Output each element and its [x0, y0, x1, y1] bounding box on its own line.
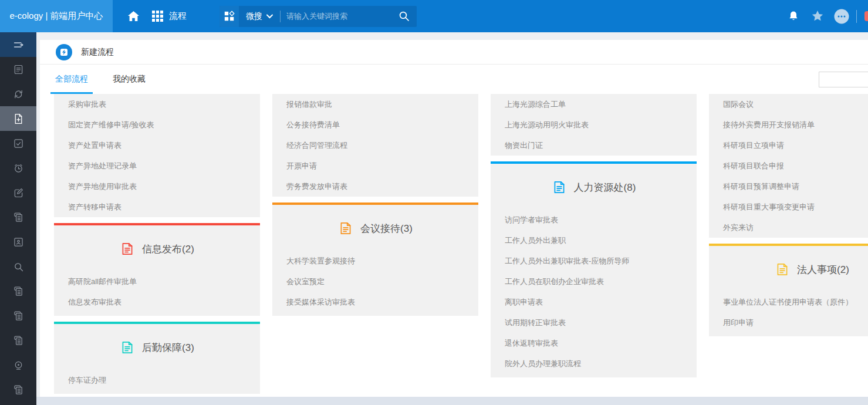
workflow-link[interactable]: 开票申请 [272, 156, 478, 176]
horizontal-scroll-track[interactable] [36, 397, 868, 405]
workflow-link[interactable]: 资产处置申请表 [54, 135, 260, 156]
page-header: 新建流程 [40, 40, 868, 65]
sidebar-item-contact-card[interactable] [0, 230, 36, 254]
category-title: 后勤保障(3) [142, 341, 194, 355]
workflow-link[interactable]: 接受媒体采访审批表 [272, 292, 478, 312]
board-column-3: 上海光源综合工单 上海光源动用明火审批表 物资出门证 人力资源处(8) 访问学者… [491, 94, 697, 377]
category-title: 人力资源处(8) [574, 181, 636, 194]
workflow-link[interactable]: 科研项目立项申请 [709, 135, 868, 156]
workflow-link[interactable]: 用印申请 [709, 312, 868, 333]
sidebar-item-form-document[interactable] [0, 57, 36, 82]
workflow-link[interactable]: 国际会议 [709, 94, 868, 114]
ellipsis-circle-icon [834, 9, 849, 24]
category-header: 会议接待(3) [272, 205, 478, 251]
search-input[interactable] [283, 12, 399, 21]
topbar-right-actions [788, 9, 868, 24]
category-header: 后勤保障(3) [54, 324, 260, 370]
category-title: 信息发布(2) [142, 242, 194, 256]
topbar: e-cology | 前端用户中心 流程 [0, 0, 868, 32]
sidebar-item-copy-documents-5[interactable] [0, 377, 36, 402]
sidebar-item-alarm-clock[interactable] [0, 156, 36, 180]
cutoff-avatar[interactable] [864, 11, 868, 21]
favorites-button[interactable] [811, 10, 824, 22]
new-process-badge-icon [56, 44, 72, 60]
board-column-1: 采购审批表 固定资产维修申请/验收表 资产处置申请表 资产异地处理记录单 资产异… [54, 94, 260, 394]
sidebar-item-sync-flow[interactable] [0, 82, 36, 106]
category-card-scrolled: 国际会议 接待外宾费用开支报销清单 科研项目立项申请 科研项目联合申报 科研项目… [709, 94, 868, 238]
tab-my-favorites[interactable]: 我的收藏 [112, 65, 147, 94]
tabs-bar: 全部流程 我的收藏 [40, 65, 868, 94]
workflow-link[interactable]: 物资出门证 [491, 135, 697, 156]
workflow-link[interactable]: 资产异地处理记录单 [54, 156, 260, 176]
board-column-4: 国际会议 接待外宾费用开支报销清单 科研项目立项申请 科研项目联合申报 科研项目… [709, 94, 868, 336]
workflow-link[interactable]: 离职申请表 [491, 292, 697, 312]
category-card-logistics: 后勤保障(3) 停车证办理 [54, 322, 260, 394]
category-header: 信息发布(2) [54, 225, 260, 271]
bell-icon [788, 10, 799, 22]
workflow-link[interactable]: 科研项目联合申报 [709, 156, 868, 176]
workflow-link[interactable]: 上海光源动用明火审批表 [491, 114, 697, 135]
document-icon [120, 340, 135, 355]
magnifier-icon [399, 11, 409, 21]
workflow-link[interactable]: 工作人员在职创办企业审批表 [491, 271, 697, 292]
workflow-link[interactable]: 报销借款审批 [272, 94, 478, 114]
workflow-link[interactable]: 事业单位法人证书使用申请表（原件） [709, 292, 868, 312]
workflow-link[interactable]: 停车证办理 [54, 370, 260, 390]
sidebar-item-copy-documents-3[interactable] [0, 303, 36, 328]
board-column-2: 报销借款审批 公务接待费清单 经济合同管理流程 开票申请 劳务费发放申请表 会议… [272, 94, 478, 316]
app-logo[interactable]: e-cology | 前端用户中心 [0, 0, 113, 32]
grid-apps-icon [152, 11, 163, 22]
sidebar-item-new-process[interactable] [0, 106, 36, 131]
search-apps-button[interactable] [219, 6, 239, 27]
search-icon [12, 261, 25, 273]
sidebar-item-monitor[interactable] [0, 353, 36, 377]
sidebar-item-copy-documents-2[interactable] [0, 279, 36, 303]
sidebar-item-task-check[interactable] [0, 131, 36, 156]
tab-all-processes[interactable]: 全部流程 [54, 65, 89, 94]
sidebar-item-search[interactable] [0, 254, 36, 279]
workflow-link[interactable]: 外宾来访 [709, 217, 868, 238]
workflow-link[interactable]: 劳务费发放申请表 [272, 176, 478, 197]
workflow-link[interactable]: 科研项目预算调整申请 [709, 176, 868, 197]
sync-flow-icon [12, 88, 25, 100]
workflow-link[interactable]: 工作人员外出兼职审批表-应物所导师 [491, 251, 697, 271]
workflow-link[interactable]: 院外人员办理兼职流程 [491, 353, 697, 374]
workflow-link[interactable]: 固定资产维修申请/验收表 [54, 114, 260, 135]
process-nav-button[interactable]: 流程 [152, 11, 187, 22]
workflow-link[interactable]: 会议室预定 [272, 271, 478, 292]
workflow-link[interactable]: 资产转移申请表 [54, 197, 260, 217]
sidebar-item-edit-draft[interactable] [0, 180, 36, 205]
workflow-link[interactable]: 大科学装置参观接待 [272, 251, 478, 271]
workflow-link[interactable]: 资产异地使用审批表 [54, 176, 260, 197]
workflow-link[interactable]: 访问学者审批表 [491, 210, 697, 230]
left-sidebar [0, 32, 36, 405]
apps-diamond-icon [224, 11, 235, 22]
category-card-legal-person: 法人事项(2) 事业单位法人证书使用申请表（原件） 用印申请 [709, 244, 868, 336]
sidebar-item-copy-documents-1[interactable] [0, 205, 36, 230]
sidebar-collapse-button[interactable] [0, 32, 36, 57]
home-button[interactable] [128, 11, 139, 21]
workflow-link[interactable]: 接待外宾费用开支报销清单 [709, 114, 868, 135]
workflow-link[interactable]: 信息发布审批表 [54, 292, 260, 312]
workflow-link[interactable]: 上海光源综合工单 [491, 94, 697, 114]
search-engine-select[interactable]: 微搜 [246, 11, 273, 22]
sidebar-item-copy-documents-4[interactable] [0, 328, 36, 353]
category-card-scrolled: 采购审批表 固定资产维修申请/验收表 资产处置申请表 资产异地处理记录单 资产异… [54, 94, 260, 217]
workflow-link[interactable]: 试用期转正审批表 [491, 312, 697, 333]
contact-card-icon [12, 236, 25, 248]
workflow-link[interactable]: 公务接待费清单 [272, 114, 478, 135]
workflow-link[interactable]: 退休返聘审批表 [491, 333, 697, 353]
workflow-link[interactable]: 高研院all邮件审批单 [54, 271, 260, 292]
notifications-button[interactable] [788, 10, 799, 22]
workflow-link[interactable]: 科研项目重大事项变更申请 [709, 197, 868, 217]
star-icon [811, 10, 824, 22]
filter-input[interactable] [819, 72, 868, 87]
workflow-link[interactable]: 经济合同管理流程 [272, 135, 478, 156]
workflow-link[interactable]: 工作人员外出兼职 [491, 230, 697, 251]
more-options-button[interactable] [834, 9, 849, 24]
workflow-link[interactable]: 采购审批表 [54, 94, 260, 114]
process-nav-label: 流程 [169, 11, 187, 22]
search-submit-button[interactable] [399, 11, 409, 21]
document-icon [120, 241, 135, 256]
category-card-meeting-reception: 会议接待(3) 大科学装置参观接待 会议室预定 接受媒体采访审批表 [272, 203, 478, 316]
